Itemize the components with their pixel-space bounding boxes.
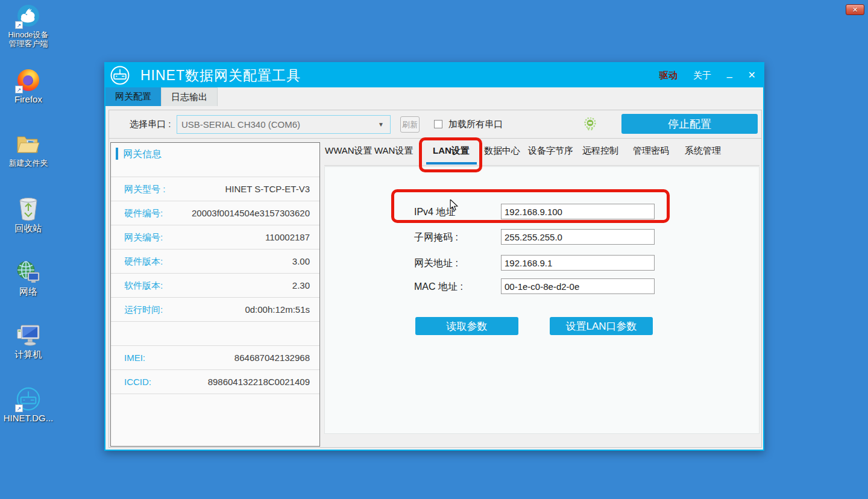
cfg-tab-remote[interactable]: 远程控制 xyxy=(582,145,618,163)
desktop-icon-computer[interactable]: 计算机 xyxy=(1,323,56,359)
desktop-icon-label: 新建文件夹 xyxy=(9,158,48,168)
tab-gateway-config[interactable]: 网关配置 xyxy=(105,87,161,106)
tab-log-output[interactable]: 日志输出 xyxy=(161,87,218,106)
shortcut-arrow-icon: ↗ xyxy=(15,21,23,29)
ipv4-label: IPv4 地址 xyxy=(414,206,455,219)
desktop-icon-label: 计算机 xyxy=(15,350,42,359)
mac-addr-label: MAC 地址 : xyxy=(414,281,463,293)
window-titlebar: HINET数据网关配置工具 驱动 关于 _ ✕ xyxy=(105,63,763,87)
hinode-client-icon: ↗ xyxy=(16,4,40,28)
desktop-icon-firefox[interactable]: ↗ Firefox xyxy=(1,68,56,104)
firefox-icon: ↗ xyxy=(16,68,40,92)
shortcut-arrow-icon: ↗ xyxy=(15,86,23,93)
info-value: HINET S-TCP-ET-V3 xyxy=(225,184,310,194)
desktop-icon-new-folder[interactable]: 新建文件夹 xyxy=(1,132,56,168)
info-row-hw-serial: 硬件编号: 20003f0014504e3157303620 xyxy=(111,201,319,225)
lan-settings-panel: IPv4 地址 子网掩码 : 网关地址 : MAC 地址 : 读取参数 设置LA… xyxy=(324,166,760,434)
section-accent-bar xyxy=(116,148,118,160)
gateway-addr-input[interactable] xyxy=(501,255,655,271)
desktop: ↗ Hinode设备 管理客户端 ↗ Firefox 新建文件夹 xyxy=(0,0,868,499)
screen-close-button[interactable]: ✕ xyxy=(846,4,864,15)
serial-port-select[interactable]: USB-SERIAL CH340 (COM6) ▼ xyxy=(177,115,391,134)
window-content: 选择串口 : USB-SERIAL CH340 (COM6) ▼ 刷新 加载所有… xyxy=(108,110,762,448)
main-tab-bar: 网关配置 日志输出 xyxy=(105,87,218,106)
info-row-imei: IMEI: 864687042132968 xyxy=(111,345,319,369)
active-tab-underline xyxy=(426,162,477,165)
cfg-tab-password[interactable]: 管理密码 xyxy=(633,145,669,163)
info-row-iccid: ICCID: 898604132218C0021409 xyxy=(111,369,319,394)
info-row-sw-version: 软件版本: 2.30 xyxy=(111,273,319,297)
folder-icon xyxy=(16,132,40,156)
netmask-label: 子网掩码 : xyxy=(414,231,458,244)
serial-port-label: 选择串口 : xyxy=(130,119,171,130)
info-label: 硬件版本: xyxy=(124,256,163,268)
set-lan-params-button[interactable]: 设置LAN口参数 xyxy=(550,317,653,335)
info-value: 0d:00h:12m:51s xyxy=(245,304,310,315)
cfg-tab-lan[interactable]: LAN设置 xyxy=(433,145,470,163)
gateway-addr-label: 网关地址 : xyxy=(414,257,458,270)
info-row-spacer xyxy=(111,321,319,345)
info-label: 硬件编号: xyxy=(124,208,163,219)
chevron-down-icon: ▼ xyxy=(378,121,384,128)
gateway-info-title: 网关信息 xyxy=(123,148,162,161)
about-menu[interactable]: 关于 xyxy=(693,70,711,81)
gateway-info-panel: 网关信息 网关型号 : HINET S-TCP-ET-V3 硬件编号: 2000… xyxy=(110,142,320,447)
shortcut-arrow-icon: ↗ xyxy=(15,404,23,412)
mac-addr-input[interactable] xyxy=(501,278,655,294)
desktop-icon-hinet-dg[interactable]: ↗ HINET.DG... xyxy=(1,387,56,422)
desktop-icon-network[interactable]: 网络 xyxy=(1,260,56,296)
cfg-tab-byteorder[interactable]: 设备字节序 xyxy=(528,145,573,163)
cfg-tab-datacenter[interactable]: 数据中心 xyxy=(484,145,520,163)
ipv4-input[interactable] xyxy=(501,204,655,219)
driver-menu[interactable]: 驱动 xyxy=(659,70,678,81)
info-label: 网关编号: xyxy=(124,232,163,243)
refresh-button[interactable]: 刷新 xyxy=(400,116,420,133)
stop-config-button[interactable]: 停止配置 xyxy=(621,114,758,134)
desktop-icon-label: 网络 xyxy=(19,287,37,296)
app-window: HINET数据网关配置工具 驱动 关于 _ ✕ 网关配置 日志输出 选择串口 :… xyxy=(104,62,764,451)
info-value: 898604132218C0021409 xyxy=(208,377,310,387)
info-value: 20003f0014504e3157303620 xyxy=(192,208,310,218)
info-label: 运行时间: xyxy=(124,304,163,316)
hinet-dg-icon: ↗ xyxy=(16,387,40,411)
desktop-icon-label: Firefox xyxy=(14,95,42,104)
close-button[interactable]: ✕ xyxy=(748,71,756,80)
desktop-icon-label: HINET.DG... xyxy=(4,413,54,422)
desktop-icon-label: Hinode设备 管理客户端 xyxy=(8,30,48,48)
computer-icon xyxy=(16,323,40,347)
window-title: HINET数据网关配置工具 xyxy=(140,66,301,85)
load-all-ports-label: 加载所有串口 xyxy=(448,119,503,130)
info-value: 2.30 xyxy=(292,280,310,290)
info-row-hw-version: 硬件版本: 3.00 xyxy=(111,249,319,273)
serial-port-value: USB-SERIAL CH340 (COM6) xyxy=(181,119,378,130)
info-value: 110002187 xyxy=(265,232,310,242)
info-label: 网关型号 : xyxy=(124,184,165,195)
device-status-icon xyxy=(584,118,596,131)
info-row-spacer xyxy=(111,394,319,418)
info-label: 软件版本: xyxy=(124,280,163,292)
info-label: ICCID: xyxy=(124,377,151,387)
network-icon xyxy=(16,260,40,284)
read-params-button[interactable]: 读取参数 xyxy=(415,317,518,335)
info-label: IMEI: xyxy=(124,353,145,363)
minimize-button[interactable]: _ xyxy=(727,68,732,78)
desktop-icon-hinode-client[interactable]: ↗ Hinode设备 管理客户端 xyxy=(1,4,56,48)
serial-port-row: 选择串口 : USB-SERIAL CH340 (COM6) ▼ 刷新 加载所有… xyxy=(109,110,761,139)
cfg-tab-wan[interactable]: WAN设置 xyxy=(374,145,413,163)
app-logo-icon xyxy=(110,66,130,85)
cfg-tab-wwan[interactable]: WWAN设置 xyxy=(325,145,373,163)
desktop-icon-label: 回收站 xyxy=(15,224,42,233)
info-row-uptime: 运行时间: 0d:00h:12m:51s xyxy=(111,297,319,321)
info-row-gw-serial: 网关编号: 110002187 xyxy=(111,225,319,249)
tabstrip-separator xyxy=(324,165,760,166)
cfg-tab-system[interactable]: 系统管理 xyxy=(685,145,721,163)
info-row-model: 网关型号 : HINET S-TCP-ET-V3 xyxy=(111,177,319,201)
recycle-bin-icon xyxy=(16,197,40,221)
load-all-ports-checkbox[interactable] xyxy=(434,120,442,128)
info-value: 864687042132968 xyxy=(234,353,310,363)
netmask-input[interactable] xyxy=(501,229,655,245)
info-value: 3.00 xyxy=(292,256,310,266)
desktop-icon-recycle-bin[interactable]: 回收站 xyxy=(1,197,56,233)
